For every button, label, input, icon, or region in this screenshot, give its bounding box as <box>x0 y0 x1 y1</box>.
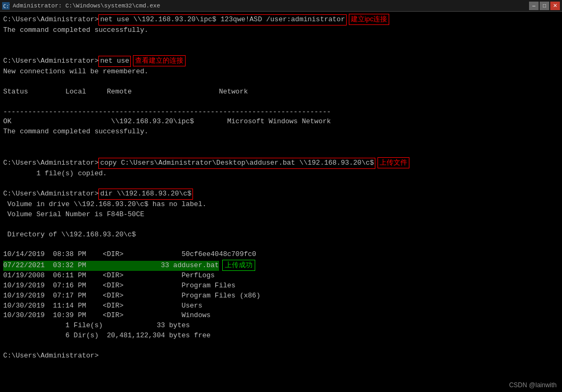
line-copy-command: C:\Users\Administrator>copy C:\Users\Adm… <box>3 157 559 169</box>
output-dir-header: Directory of \\192.168.93.20\c$ <box>3 230 559 240</box>
prompt-1: C:\Users\Administrator> <box>3 15 98 25</box>
title-bar-left: C:\ Administrator: C:\Windows\system32\c… <box>2 2 160 10</box>
annotation-netuse: 查看建立的连接 <box>133 55 186 66</box>
dir-entry-5: 10/19/2019 07:17 PM <DIR> Program Files … <box>3 291 559 301</box>
ok-line: OK \\192.168.93.20\ipc$ Microsoft Window… <box>3 117 559 127</box>
green-row-content: 07/22/2021 03:32 PM 33 adduser.bat <box>3 261 219 271</box>
prompt-3: C:\Users\Administrator> <box>3 158 98 168</box>
cmd-ipc: net use \\192.168.93.20\ipc$ 123qwe!ASD … <box>98 14 346 25</box>
blank-2 <box>3 46 559 56</box>
blank-6 <box>3 147 559 157</box>
output-ipc-success: The command completed successfully. <box>3 25 559 36</box>
blank-5 <box>3 137 559 147</box>
dir-entry-4: 10/19/2019 07:16 PM <DIR> Program Files <box>3 281 559 291</box>
window-title: Administrator: C:\Windows\system32\cmd.e… <box>13 3 160 9</box>
cmd-netuse: net use <box>98 56 131 67</box>
final-prompt-line: C:\Users\Administrator> <box>3 351 559 361</box>
blank-9 <box>3 240 559 250</box>
title-bar-controls: – □ ✕ <box>529 2 560 10</box>
line-adduser-bat: 07/22/2021 03:32 PM 33 adduser.bat上传成功 <box>3 260 559 271</box>
cmd-icon: C:\ <box>2 2 10 10</box>
line-ipc-command: C:\Users\Administrator>net use \\192.168… <box>3 14 559 25</box>
annotation-upload-success: 上传成功 <box>222 260 255 271</box>
minimize-button[interactable]: – <box>529 2 539 10</box>
blank-10 <box>3 341 559 351</box>
annotation-copy: 上传文件 <box>378 157 409 168</box>
dir-entry-1: 10/14/2019 08:38 PM <DIR> 50cf6ee4048c70… <box>3 250 559 260</box>
dir-summary-dirs: 6 Dir(s) 20,481,122,304 bytes free <box>3 331 559 341</box>
separator-line: ----------------------------------------… <box>3 107 559 117</box>
dir-summary-files: 1 File(s) 33 bytes <box>3 321 559 331</box>
blank-1 <box>3 36 559 46</box>
final-prompt: C:\Users\Administrator> <box>3 351 98 361</box>
title-bar: C:\ Administrator: C:\Windows\system32\c… <box>0 0 562 12</box>
svg-text:C:\: C:\ <box>3 4 10 9</box>
status-header: Status Local Remote Network <box>3 87 559 97</box>
maximize-button[interactable]: □ <box>540 2 549 10</box>
output-volume2: Volume Serial Number is F84B-50CE <box>3 210 559 220</box>
close-button[interactable]: ✕ <box>550 2 560 10</box>
dir-entry-7: 10/30/2019 10:39 PM <DIR> Windows <box>3 311 559 321</box>
terminal: C:\Users\Administrator>net use \\192.168… <box>0 12 562 392</box>
line-netuse-command: C:\Users\Administrator>net use查看建立的连接 <box>3 55 559 67</box>
cmd-dir: dir \\192.168.93.20\c$ <box>98 189 193 200</box>
dir-entry-6: 10/30/2019 11:14 PM <DIR> Users <box>3 301 559 311</box>
output-newconn: New connections will be remembered. <box>3 67 559 77</box>
annotation-ipc: 建立ipc连接 <box>349 14 390 25</box>
output-copy: 1 file(s) copied. <box>3 169 559 179</box>
blank-4 <box>3 97 559 107</box>
line-dir-command: C:\Users\Administrator>dir \\192.168.93.… <box>3 189 559 200</box>
prompt-2: C:\Users\Administrator> <box>3 56 98 66</box>
output-volume1: Volume in drive \\192.168.93.20\c$ has n… <box>3 200 559 210</box>
output-netuse-success: The command completed successfully. <box>3 127 559 137</box>
blank-3 <box>3 77 559 87</box>
watermark: CSDN @lainwith <box>509 381 557 389</box>
blank-8 <box>3 220 559 230</box>
blank-7 <box>3 179 559 189</box>
prompt-4: C:\Users\Administrator> <box>3 189 98 199</box>
dir-entry-3: 01/19/2008 06:11 PM <DIR> PerfLogs <box>3 271 559 281</box>
cmd-copy: copy C:\Users\Administrator\Desktop\addu… <box>98 158 375 169</box>
